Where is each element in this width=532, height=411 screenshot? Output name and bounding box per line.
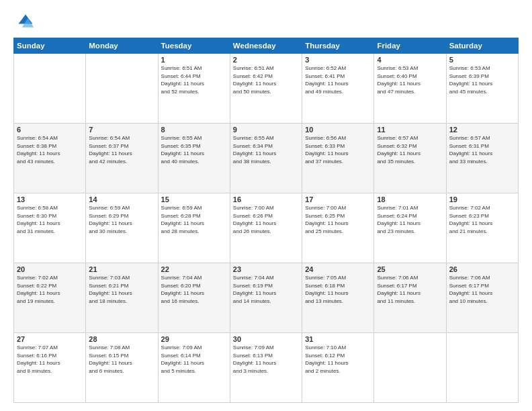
day-number: 13 [17,195,83,203]
calendar-cell [446,333,518,403]
day-number: 3 [305,56,371,64]
day-info: Sunrise: 6:54 AM Sunset: 6:38 PM Dayligh… [17,134,83,165]
day-info: Sunrise: 6:54 AM Sunset: 6:37 PM Dayligh… [89,134,154,165]
day-number: 21 [89,265,154,273]
day-info: Sunrise: 6:57 AM Sunset: 6:32 PM Dayligh… [377,134,443,165]
day-info: Sunrise: 7:04 AM Sunset: 6:19 PM Dayligh… [233,274,299,305]
calendar-cell: 5Sunrise: 6:53 AM Sunset: 6:39 PM Daylig… [446,54,518,124]
calendar-cell: 7Sunrise: 6:54 AM Sunset: 6:37 PM Daylig… [86,124,158,193]
day-info: Sunrise: 7:10 AM Sunset: 6:12 PM Dayligh… [305,344,371,375]
weekday-header: Friday [374,38,446,54]
day-info: Sunrise: 6:51 AM Sunset: 6:42 PM Dayligh… [233,64,299,95]
day-info: Sunrise: 6:53 AM Sunset: 6:40 PM Dayligh… [377,64,443,95]
calendar-cell: 11Sunrise: 6:57 AM Sunset: 6:32 PM Dayli… [374,124,446,193]
calendar-week-row: 1Sunrise: 6:51 AM Sunset: 6:44 PM Daylig… [14,54,519,124]
calendar-cell: 17Sunrise: 7:00 AM Sunset: 6:25 PM Dayli… [302,193,374,263]
day-info: Sunrise: 7:01 AM Sunset: 6:24 PM Dayligh… [377,204,443,235]
day-number: 18 [377,195,443,203]
calendar-week-row: 13Sunrise: 6:58 AM Sunset: 6:30 PM Dayli… [14,193,519,263]
day-number: 17 [305,195,371,203]
day-number: 31 [305,335,371,343]
day-number: 26 [449,265,515,273]
weekday-header: Wednesday [230,38,302,54]
day-info: Sunrise: 7:02 AM Sunset: 6:22 PM Dayligh… [17,274,83,305]
day-number: 14 [89,195,154,203]
calendar-cell [14,54,86,124]
calendar-cell: 18Sunrise: 7:01 AM Sunset: 6:24 PM Dayli… [374,193,446,263]
calendar-cell: 20Sunrise: 7:02 AM Sunset: 6:22 PM Dayli… [14,263,86,333]
day-info: Sunrise: 6:57 AM Sunset: 6:31 PM Dayligh… [449,134,515,165]
calendar-cell: 22Sunrise: 7:04 AM Sunset: 6:20 PM Dayli… [158,263,230,333]
calendar-cell: 23Sunrise: 7:04 AM Sunset: 6:19 PM Dayli… [230,263,302,333]
logo-icon [16,12,35,31]
day-number: 23 [233,265,299,273]
day-number: 15 [161,195,227,203]
day-number: 8 [161,126,227,134]
day-number: 22 [161,265,227,273]
calendar-cell: 25Sunrise: 7:06 AM Sunset: 6:17 PM Dayli… [374,263,446,333]
calendar-cell: 21Sunrise: 7:03 AM Sunset: 6:21 PM Dayli… [86,263,158,333]
page: SundayMondayTuesdayWednesdayThursdayFrid… [0,0,532,411]
day-info: Sunrise: 6:55 AM Sunset: 6:34 PM Dayligh… [233,134,299,165]
day-info: Sunrise: 7:06 AM Sunset: 6:17 PM Dayligh… [449,274,515,305]
day-info: Sunrise: 7:03 AM Sunset: 6:21 PM Dayligh… [89,274,154,305]
calendar-cell: 16Sunrise: 7:00 AM Sunset: 6:26 PM Dayli… [230,193,302,263]
day-info: Sunrise: 6:51 AM Sunset: 6:44 PM Dayligh… [161,64,227,95]
calendar-week-row: 20Sunrise: 7:02 AM Sunset: 6:22 PM Dayli… [14,263,519,333]
calendar-cell: 30Sunrise: 7:09 AM Sunset: 6:13 PM Dayli… [230,333,302,403]
weekday-header: Tuesday [158,38,230,54]
calendar-cell: 14Sunrise: 6:59 AM Sunset: 6:29 PM Dayli… [86,193,158,263]
day-info: Sunrise: 7:05 AM Sunset: 6:18 PM Dayligh… [305,274,371,305]
logo [13,12,35,31]
calendar-cell: 15Sunrise: 6:59 AM Sunset: 6:28 PM Dayli… [158,193,230,263]
day-number: 24 [305,265,371,273]
day-number: 27 [17,335,83,343]
day-info: Sunrise: 6:56 AM Sunset: 6:33 PM Dayligh… [305,134,371,165]
calendar-cell: 19Sunrise: 7:02 AM Sunset: 6:23 PM Dayli… [446,193,518,263]
day-info: Sunrise: 6:58 AM Sunset: 6:30 PM Dayligh… [17,204,83,235]
calendar-cell: 31Sunrise: 7:10 AM Sunset: 6:12 PM Dayli… [302,333,374,403]
day-info: Sunrise: 6:59 AM Sunset: 6:28 PM Dayligh… [161,204,227,235]
calendar-cell: 6Sunrise: 6:54 AM Sunset: 6:38 PM Daylig… [14,124,86,193]
calendar-cell [86,54,158,124]
calendar-cell: 29Sunrise: 7:09 AM Sunset: 6:14 PM Dayli… [158,333,230,403]
calendar-cell: 26Sunrise: 7:06 AM Sunset: 6:17 PM Dayli… [446,263,518,333]
day-info: Sunrise: 7:07 AM Sunset: 6:16 PM Dayligh… [17,344,83,375]
calendar-cell: 3Sunrise: 6:52 AM Sunset: 6:41 PM Daylig… [302,54,374,124]
calendar-table: SundayMondayTuesdayWednesdayThursdayFrid… [13,38,519,403]
day-number: 12 [449,126,515,134]
calendar-cell: 27Sunrise: 7:07 AM Sunset: 6:16 PM Dayli… [14,333,86,403]
day-number: 28 [89,335,154,343]
day-info: Sunrise: 7:00 AM Sunset: 6:25 PM Dayligh… [305,204,371,235]
day-info: Sunrise: 7:04 AM Sunset: 6:20 PM Dayligh… [161,274,227,305]
calendar-header-row: SundayMondayTuesdayWednesdayThursdayFrid… [14,38,519,54]
weekday-header: Saturday [446,38,518,54]
day-number: 9 [233,126,299,134]
day-info: Sunrise: 7:09 AM Sunset: 6:13 PM Dayligh… [233,344,299,375]
day-info: Sunrise: 6:53 AM Sunset: 6:39 PM Dayligh… [449,64,515,95]
calendar-week-row: 27Sunrise: 7:07 AM Sunset: 6:16 PM Dayli… [14,333,519,403]
day-number: 16 [233,195,299,203]
calendar-cell: 2Sunrise: 6:51 AM Sunset: 6:42 PM Daylig… [230,54,302,124]
calendar-cell: 1Sunrise: 6:51 AM Sunset: 6:44 PM Daylig… [158,54,230,124]
day-number: 7 [89,126,154,134]
calendar-cell: 8Sunrise: 6:55 AM Sunset: 6:35 PM Daylig… [158,124,230,193]
day-number: 29 [161,335,227,343]
day-number: 1 [161,56,227,64]
day-info: Sunrise: 7:00 AM Sunset: 6:26 PM Dayligh… [233,204,299,235]
weekday-header: Monday [86,38,158,54]
day-info: Sunrise: 6:55 AM Sunset: 6:35 PM Dayligh… [161,134,227,165]
day-number: 11 [377,126,443,134]
day-number: 25 [377,265,443,273]
weekday-header: Sunday [14,38,86,54]
day-info: Sunrise: 7:09 AM Sunset: 6:14 PM Dayligh… [161,344,227,375]
day-number: 6 [17,126,83,134]
day-info: Sunrise: 6:52 AM Sunset: 6:41 PM Dayligh… [305,64,371,95]
day-number: 20 [17,265,83,273]
day-number: 10 [305,126,371,134]
calendar-week-row: 6Sunrise: 6:54 AM Sunset: 6:38 PM Daylig… [14,124,519,193]
day-number: 4 [377,56,443,64]
calendar-cell: 9Sunrise: 6:55 AM Sunset: 6:34 PM Daylig… [230,124,302,193]
calendar-cell: 12Sunrise: 6:57 AM Sunset: 6:31 PM Dayli… [446,124,518,193]
header [13,12,519,31]
